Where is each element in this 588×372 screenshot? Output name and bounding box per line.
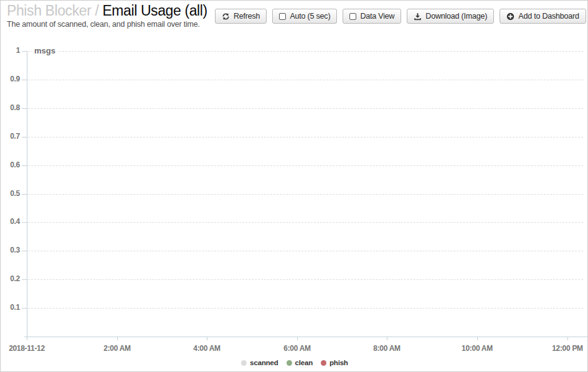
auto-refresh-label: Auto (5 sec) <box>290 12 330 21</box>
x-tick-label: 6:00 AM <box>252 344 342 353</box>
report-title: Email Usage (all) <box>102 2 207 19</box>
y-tick <box>22 194 27 195</box>
x-tick-label: 4:00 AM <box>162 344 252 353</box>
refresh-button-label: Refresh <box>234 12 260 21</box>
y-tick <box>22 51 27 52</box>
y-tick <box>22 279 27 280</box>
y-tick-label: 0.2 <box>1 274 20 283</box>
report-header: Phish Blocker / Email Usage (all) The am… <box>7 2 207 29</box>
y-tick <box>22 308 27 309</box>
gridline <box>28 251 583 251</box>
x-tick-label: 8:00 AM <box>342 344 432 353</box>
y-tick <box>22 80 27 80</box>
gridline <box>28 108 583 109</box>
download-image-label: Download (Image) <box>425 12 487 21</box>
y-tick <box>22 137 27 137</box>
legend-item-scanned[interactable]: scanned <box>241 359 278 366</box>
breadcrumb: Phish Blocker / <box>7 2 98 19</box>
x-axis <box>24 337 588 337</box>
y-tick <box>22 251 27 251</box>
gridline <box>28 137 583 137</box>
auto-refresh-checkbox[interactable] <box>279 13 286 20</box>
gridline <box>28 279 583 280</box>
gridline <box>28 51 583 52</box>
x-tick <box>477 337 478 340</box>
y-tick-label: 0.9 <box>1 75 20 83</box>
legend-dot-icon <box>241 360 247 366</box>
legend-label: scanned <box>250 359 278 366</box>
add-to-dashboard-button[interactable]: Add to Dashboard <box>500 9 586 24</box>
download-icon <box>414 12 422 21</box>
legend-dot-icon <box>321 360 326 366</box>
y-axis-title: msgs <box>32 46 57 55</box>
gridline <box>28 194 583 195</box>
gridline <box>28 165 583 166</box>
y-tick-label: 0.1 <box>1 303 20 312</box>
y-tick-label: 0.5 <box>1 189 20 198</box>
refresh-icon <box>222 12 230 21</box>
legend-dot-icon <box>287 360 292 366</box>
y-tick-label: 0.4 <box>1 217 20 226</box>
x-tick-label: 2:00 AM <box>72 344 162 353</box>
add-to-dashboard-label: Add to Dashboard <box>518 12 579 21</box>
y-tick <box>22 222 27 223</box>
x-tick-label: 12:00 PM <box>523 344 588 353</box>
x-tick-label: 10:00 AM <box>432 344 522 353</box>
y-tick-label: 0.6 <box>1 160 20 169</box>
legend-label: clean <box>295 359 313 366</box>
y-tick-label: 0.7 <box>1 132 20 141</box>
legend-item-phish[interactable]: phish <box>321 359 348 366</box>
page-title: Phish Blocker / Email Usage (all) <box>7 2 207 19</box>
gridline <box>28 222 583 223</box>
data-view-label: Data View <box>360 12 394 21</box>
x-tick <box>207 337 207 340</box>
x-tick <box>567 337 568 340</box>
x-tick-label: 2018-11-12 <box>0 344 72 353</box>
data-view-toggle[interactable]: Data View <box>343 9 401 24</box>
legend: scannedcleanphish <box>1 357 588 368</box>
report-description: The amount of scanned, clean, and phish … <box>7 20 207 29</box>
gridline <box>28 308 583 309</box>
y-tick-label: 1 <box>1 46 20 55</box>
legend-item-clean[interactable]: clean <box>287 359 313 366</box>
x-tick <box>387 337 387 340</box>
refresh-button[interactable]: Refresh <box>215 9 267 24</box>
report-viewer: Phish Blocker / Email Usage (all) The am… <box>0 0 588 372</box>
y-tick <box>22 165 27 166</box>
y-axis <box>27 51 27 340</box>
gridline <box>28 80 583 80</box>
y-tick <box>22 108 27 109</box>
toolbar: Refresh Auto (5 sec) Data View Download … <box>215 9 588 24</box>
x-tick <box>297 337 298 340</box>
legend-label: phish <box>330 359 348 366</box>
plus-circle-icon <box>506 12 514 21</box>
y-tick-label: 0.8 <box>1 103 20 112</box>
data-view-checkbox[interactable] <box>349 13 356 20</box>
x-tick <box>117 337 118 340</box>
auto-refresh-toggle[interactable]: Auto (5 sec) <box>272 9 337 24</box>
download-image-button[interactable]: Download (Image) <box>407 9 494 24</box>
y-tick-label: 0.3 <box>1 246 20 254</box>
